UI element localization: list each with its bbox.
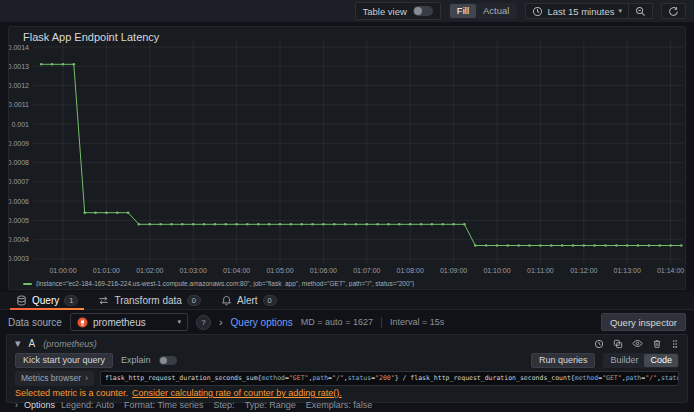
option-exemplars: Exemplars: false: [306, 400, 373, 410]
explain-toggle[interactable]: [159, 356, 177, 365]
legend-label: {instance="ec2-184-169-216-224.us-west-1…: [36, 280, 414, 287]
query-refid[interactable]: A: [29, 338, 36, 349]
refresh-button[interactable]: [661, 3, 686, 19]
query-options-toggle[interactable]: Query options: [231, 317, 293, 328]
option-step: Step:: [214, 400, 235, 410]
query-options-row: › Options Legend: AutoFormat: Time serie…: [15, 399, 679, 411]
svg-text:0.0003: 0.0003: [9, 255, 29, 262]
panel-title: Flask App Endpoint Latency: [23, 31, 159, 43]
svg-text:0.0014: 0.0014: [9, 44, 29, 51]
svg-text:0.0009: 0.0009: [9, 140, 29, 147]
counter-warning: Selected metric is a counter. Consider c…: [15, 387, 679, 398]
fill-button[interactable]: Fill: [450, 4, 476, 18]
metrics-browser-button[interactable]: Metrics browser ›: [15, 371, 94, 386]
toggle-knob: [414, 7, 422, 15]
svg-text:0.0007: 0.0007: [9, 178, 29, 185]
tab-count-badge: 1: [64, 295, 78, 306]
svg-text:01:09:00: 01:09:00: [440, 267, 467, 274]
latency-panel: 0.00140.00130.00120.00110.0010.00090.000…: [8, 26, 686, 290]
toolbar: Table view Fill Actual Last 15 minutes ▾: [0, 0, 694, 22]
table-view-label: Table view: [363, 6, 407, 17]
table-view-toggle[interactable]: [413, 6, 433, 16]
svg-text:01:13:00: 01:13:00: [614, 267, 641, 274]
chart-grid: [33, 41, 683, 263]
chevron-down-icon: ▾: [618, 7, 622, 15]
chevron-down-icon: ▾: [177, 318, 181, 326]
chevron-right-icon: ›: [85, 374, 88, 383]
svg-text:0.0013: 0.0013: [9, 63, 29, 70]
options-label[interactable]: Options: [24, 400, 55, 410]
datasource-label: Data source: [8, 317, 62, 328]
tab-query[interactable]: Query1: [8, 292, 86, 309]
chart-series: [40, 63, 683, 247]
svg-text:0.0012: 0.0012: [9, 82, 29, 89]
svg-text:01:01:00: 01:01:00: [93, 267, 120, 274]
actual-button[interactable]: Actual: [476, 4, 516, 18]
drag-handle-icon[interactable]: [671, 339, 679, 349]
refresh-icon: [668, 6, 679, 17]
svg-text:01:02:00: 01:02:00: [136, 267, 163, 274]
svg-text:01:03:00: 01:03:00: [180, 267, 207, 274]
query-inspector-button[interactable]: Query inspector: [601, 313, 686, 331]
toggle-knob: [160, 357, 167, 364]
clock-icon: [532, 6, 543, 17]
run-queries-button[interactable]: Run queries: [531, 353, 596, 368]
svg-text:0.0005: 0.0005: [9, 217, 29, 224]
bell-icon: [221, 295, 232, 306]
tab-label: Query: [32, 295, 59, 306]
time-controls: Last 15 minutes ▾: [525, 3, 653, 19]
warning-text: Selected metric is a counter.: [15, 388, 128, 398]
legend-series-marker: [23, 283, 32, 285]
svg-text:0.0004: 0.0004: [9, 236, 29, 243]
divider: [381, 317, 382, 328]
tab-count-badge: 0: [187, 295, 201, 306]
time-range-label: Last 15 minutes: [547, 6, 614, 17]
options-chevron-icon[interactable]: ›: [15, 401, 18, 410]
hide-query-eye-icon[interactable]: [632, 338, 643, 349]
editor-tabs: Query1Transform data0Alert0: [0, 292, 694, 310]
database-icon: [16, 295, 27, 306]
query-header: ▾ A (prometheus): [15, 336, 679, 351]
svg-text:01:00:00: 01:00:00: [49, 267, 76, 274]
datasource-picker[interactable]: prometheus ▾: [70, 313, 188, 331]
tab-transform-data[interactable]: Transform data0: [90, 292, 209, 309]
latency-chart[interactable]: 0.00140.00130.00120.00110.0010.00090.000…: [9, 27, 685, 277]
svg-text:0.0006: 0.0006: [9, 198, 29, 205]
warning-rate-link[interactable]: Consider calculating rate of counter by …: [132, 388, 342, 398]
builder-toggle[interactable]: Builder: [604, 354, 644, 367]
chart-legend[interactable]: {instance="ec2-184-169-216-224.us-west-1…: [23, 280, 679, 287]
code-toggle[interactable]: Code: [644, 354, 678, 367]
builder-code-group: Builder Code: [603, 353, 679, 368]
interval-summary: Interval = 15s: [390, 317, 444, 327]
svg-text:01:08:00: 01:08:00: [397, 267, 424, 274]
tab-label: Alert: [237, 295, 258, 306]
query-toolbar-row: Kick start your query Explain Run querie…: [15, 352, 679, 368]
collapse-chevron-icon[interactable]: ▾: [15, 338, 21, 349]
table-view-group: Table view: [355, 2, 441, 20]
promql-input[interactable]: flask_http_request_duration_seconds_sum{…: [100, 371, 679, 386]
option-format: Format: Time series: [124, 400, 204, 410]
tab-alert[interactable]: Alert0: [213, 292, 285, 309]
svg-text:01:12:00: 01:12:00: [570, 267, 597, 274]
datasource-help-icon[interactable]: ?: [196, 315, 211, 330]
query-options-summary: MD = auto = 1627: [301, 317, 373, 327]
remove-query-trash-icon[interactable]: [652, 339, 662, 349]
svg-text:0.001: 0.001: [11, 121, 29, 128]
time-range-picker[interactable]: Last 15 minutes ▾: [525, 3, 629, 19]
explain-label: Explain: [121, 355, 151, 365]
datasource-row: Data source prometheus ▾ ? › Query optio…: [0, 311, 694, 333]
query-datasource-hint: (prometheus): [43, 339, 97, 349]
svg-text:0.0008: 0.0008: [9, 159, 29, 166]
svg-text:01:07:00: 01:07:00: [353, 267, 380, 274]
zoom-out-button[interactable]: [629, 3, 653, 19]
kick-start-button[interactable]: Kick start your query: [15, 353, 113, 368]
tab-label: Transform data: [114, 295, 181, 306]
grafana-panel-editor: Table view Fill Actual Last 15 minutes ▾: [0, 0, 694, 412]
duplicate-query-icon[interactable]: [613, 339, 623, 349]
tab-count-badge: 0: [263, 295, 277, 306]
history-icon[interactable]: [594, 339, 604, 349]
metrics-browser-label: Metrics browser: [21, 373, 81, 383]
magnifier-minus-icon: [635, 6, 646, 17]
option-legend: Legend: Auto: [61, 400, 114, 410]
datasource-value: prometheus: [93, 317, 146, 328]
